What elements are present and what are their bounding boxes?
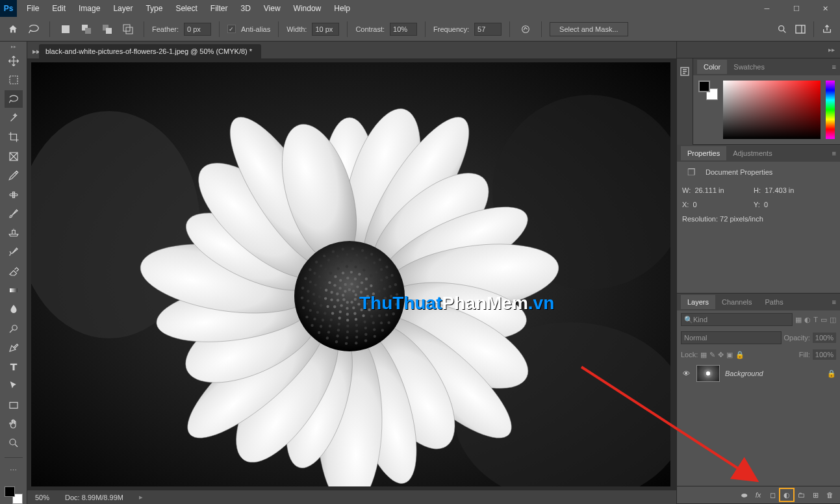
- menu-edit[interactable]: Edit: [46, 1, 71, 16]
- layer-style-icon[interactable]: fx: [752, 489, 765, 501]
- panel-menu-icon[interactable]: ≡: [832, 298, 836, 306]
- add-selection-icon[interactable]: [79, 21, 94, 37]
- magic-wand-tool[interactable]: [5, 109, 23, 127]
- menu-window[interactable]: Window: [288, 1, 327, 16]
- zoom-tool[interactable]: [5, 435, 23, 452]
- edit-toolbar-icon[interactable]: ⋯: [5, 462, 23, 479]
- svg-point-182: [351, 247, 354, 250]
- visibility-icon[interactable]: 👁: [681, 370, 691, 377]
- lock-artboard-icon[interactable]: ▣: [726, 351, 733, 359]
- search-icon[interactable]: [774, 21, 790, 37]
- menu-select[interactable]: Select: [170, 1, 203, 16]
- history-panel-icon[interactable]: [677, 64, 693, 79]
- brush-tool[interactable]: [5, 205, 23, 223]
- workspace-icon[interactable]: [793, 21, 808, 37]
- healing-brush-tool[interactable]: [5, 186, 23, 203]
- crop-tool[interactable]: [5, 129, 23, 146]
- lock-all-icon[interactable]: 🔒: [735, 351, 745, 359]
- eraser-tool[interactable]: [5, 262, 23, 280]
- filter-pixel-icon[interactable]: ▦: [795, 316, 802, 324]
- contrast-input[interactable]: [390, 23, 417, 36]
- frequency-input[interactable]: [474, 23, 502, 36]
- adjustment-layer-icon[interactable]: ◐: [780, 489, 793, 501]
- color-swatch[interactable]: [5, 486, 23, 504]
- maximize-button[interactable]: ☐: [782, 0, 811, 17]
- opacity-value[interactable]: 100%: [813, 333, 836, 343]
- eyedropper-tool[interactable]: [5, 167, 23, 184]
- canvas-image[interactable]: ThuThuatPhanMem.vn: [31, 62, 670, 486]
- panel-menu-icon[interactable]: ≡: [832, 63, 836, 71]
- history-brush-tool[interactable]: [5, 243, 23, 260]
- tab-color[interactable]: Color: [697, 60, 727, 74]
- minimize-button[interactable]: ─: [752, 0, 782, 17]
- filter-adjust-icon[interactable]: ◐: [804, 316, 811, 324]
- canvas-area[interactable]: ThuThuatPhanMem.vn: [27, 58, 676, 490]
- frame-tool[interactable]: [5, 147, 23, 165]
- svg-point-89: [362, 314, 364, 317]
- clone-stamp-tool[interactable]: [5, 224, 23, 242]
- panel-menu-icon[interactable]: ≡: [832, 149, 836, 157]
- share-icon[interactable]: [819, 21, 835, 37]
- path-selection-tool[interactable]: [5, 377, 23, 394]
- home-icon[interactable]: [5, 21, 21, 37]
- marquee-tool[interactable]: [5, 71, 23, 88]
- gradient-tool[interactable]: [5, 281, 23, 299]
- new-layer-icon[interactable]: ⊞: [809, 489, 822, 501]
- color-panel: Color Swatches ≡: [693, 58, 840, 145]
- tab-adjustments[interactable]: Adjustments: [726, 146, 779, 160]
- menu-3d[interactable]: 3D: [235, 1, 256, 16]
- saturation-picker[interactable]: [723, 81, 821, 139]
- tab-layers[interactable]: Layers: [681, 295, 715, 309]
- width-input[interactable]: [312, 23, 339, 36]
- tab-paths[interactable]: Paths: [759, 295, 790, 309]
- move-tool[interactable]: [5, 52, 23, 69]
- type-tool[interactable]: [5, 358, 23, 375]
- antialias-checkbox[interactable]: ✓: [227, 25, 236, 33]
- menu-help[interactable]: Help: [328, 1, 356, 16]
- blend-mode-select[interactable]: Normal: [681, 331, 782, 344]
- subtract-selection-icon[interactable]: [99, 21, 115, 37]
- lock-brush-icon[interactable]: ✎: [709, 351, 715, 359]
- layer-row-background[interactable]: 👁 Background 🔒: [677, 362, 840, 384]
- layer-filter-kind[interactable]: 🔍 Kind: [681, 313, 793, 326]
- delete-layer-icon[interactable]: 🗑: [823, 489, 836, 501]
- close-button[interactable]: ✕: [811, 0, 840, 17]
- tab-channels[interactable]: Channels: [715, 295, 758, 309]
- pen-pressure-icon[interactable]: [518, 21, 533, 37]
- document-tab[interactable]: black-and-white-pictures-of-flowers-26-1…: [39, 44, 261, 58]
- zoom-level[interactable]: 50%: [35, 494, 49, 501]
- pen-tool[interactable]: [5, 339, 23, 357]
- fill-value[interactable]: 100%: [813, 349, 836, 360]
- tab-properties[interactable]: Properties: [681, 146, 726, 160]
- filter-smart-icon[interactable]: ◫: [830, 316, 836, 324]
- filter-shape-icon[interactable]: ▭: [821, 316, 827, 324]
- menu-layer[interactable]: Layer: [107, 1, 138, 16]
- select-and-mask-button[interactable]: Select and Mask...: [550, 22, 628, 36]
- menu-file[interactable]: File: [21, 1, 45, 16]
- feather-label: Feather:: [152, 25, 179, 33]
- collapse-panels-icon[interactable]: ▸▸: [828, 46, 835, 53]
- feather-input[interactable]: [184, 23, 211, 36]
- tab-swatches[interactable]: Swatches: [727, 60, 771, 74]
- menu-view[interactable]: View: [258, 1, 286, 16]
- intersect-selection-icon[interactable]: [120, 21, 136, 37]
- new-group-icon[interactable]: 🗀: [795, 489, 808, 501]
- lasso-tool[interactable]: [5, 90, 23, 108]
- menu-type[interactable]: Type: [140, 1, 168, 16]
- rectangle-tool[interactable]: [5, 396, 23, 414]
- hand-tool[interactable]: [5, 415, 23, 433]
- new-selection-icon[interactable]: [58, 21, 73, 37]
- layer-thumbnail[interactable]: [696, 365, 720, 382]
- hue-slider[interactable]: [826, 81, 835, 139]
- filter-type-icon[interactable]: T: [813, 316, 818, 323]
- fg-bg-swatch[interactable]: [698, 81, 718, 100]
- dodge-tool[interactable]: [5, 320, 23, 337]
- layer-mask-icon[interactable]: ◻: [766, 489, 779, 501]
- link-layers-icon[interactable]: ⬬: [737, 489, 750, 501]
- menu-image[interactable]: Image: [73, 1, 106, 16]
- blur-tool[interactable]: [5, 301, 23, 318]
- lock-pixels-icon[interactable]: ▦: [700, 351, 707, 359]
- lasso-tool-icon[interactable]: [26, 21, 42, 37]
- menu-filter[interactable]: Filter: [205, 1, 234, 16]
- lock-position-icon[interactable]: ✥: [718, 351, 724, 359]
